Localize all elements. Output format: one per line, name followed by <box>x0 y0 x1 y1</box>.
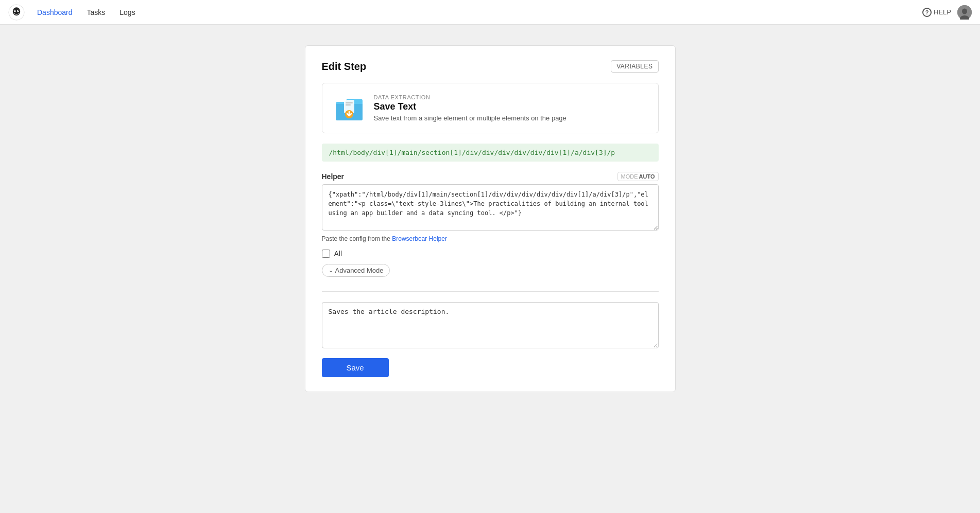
step-category: DATA EXTRACTION <box>374 94 566 100</box>
mode-badge: MODE AUTO <box>617 172 659 181</box>
help-button[interactable]: ? HELP <box>922 8 951 17</box>
nav-dashboard[interactable]: Dashboard <box>31 5 79 20</box>
svg-rect-13 <box>346 104 351 105</box>
svg-point-7 <box>962 8 967 14</box>
xpath-bar: /html/body/div[1]/main/section[1]/div/di… <box>322 144 659 162</box>
notes-textarea[interactable] <box>322 302 659 348</box>
help-icon: ? <box>922 8 932 17</box>
all-label: All <box>334 250 342 258</box>
step-name: Save Text <box>374 101 566 112</box>
page-content: Edit Step VARIABLES <box>0 25 980 413</box>
nav-right: ? HELP <box>922 5 972 20</box>
step-description: Save text from a single element or multi… <box>374 114 566 122</box>
nav-tasks[interactable]: Tasks <box>81 5 112 20</box>
hint-prefix: Paste the config from the <box>322 235 392 242</box>
svg-point-4 <box>14 10 15 11</box>
main-card: Edit Step VARIABLES <box>305 45 676 392</box>
all-checkbox[interactable] <box>322 250 330 258</box>
mode-text: MODE <box>621 173 638 180</box>
browserbear-helper-link[interactable]: Browserbear Helper <box>392 235 447 242</box>
all-row: All <box>322 250 659 258</box>
variables-button[interactable]: VARIABLES <box>611 60 658 73</box>
helper-hint: Paste the config from the Browserbear He… <box>322 235 659 242</box>
step-info-block: DATA EXTRACTION Save Text Save text from… <box>322 83 659 133</box>
section-divider <box>322 291 659 292</box>
nav-logs[interactable]: Logs <box>113 5 141 20</box>
svg-point-5 <box>18 10 19 11</box>
card-header: Edit Step VARIABLES <box>322 60 659 73</box>
chevron-down-icon: ⌄ <box>329 267 333 274</box>
page-title: Edit Step <box>322 61 367 73</box>
save-button[interactable]: Save <box>322 358 389 377</box>
advanced-mode-button[interactable]: ⌄ Advanced Mode <box>322 264 390 277</box>
helper-header: Helper MODE AUTO <box>322 172 659 181</box>
helper-textarea[interactable] <box>322 184 659 231</box>
helper-label: Helper <box>322 172 345 181</box>
help-label: HELP <box>934 8 951 16</box>
mode-value: AUTO <box>639 173 655 180</box>
step-icon <box>333 92 366 125</box>
avatar[interactable] <box>957 5 972 20</box>
step-text: DATA EXTRACTION Save Text Save text from… <box>374 94 566 122</box>
navbar: Dashboard Tasks Logs ? HELP <box>0 0 980 25</box>
app-logo <box>8 4 25 21</box>
advanced-mode-label: Advanced Mode <box>335 267 384 274</box>
svg-rect-12 <box>346 102 353 103</box>
save-button-wrapper: Save <box>322 350 659 377</box>
